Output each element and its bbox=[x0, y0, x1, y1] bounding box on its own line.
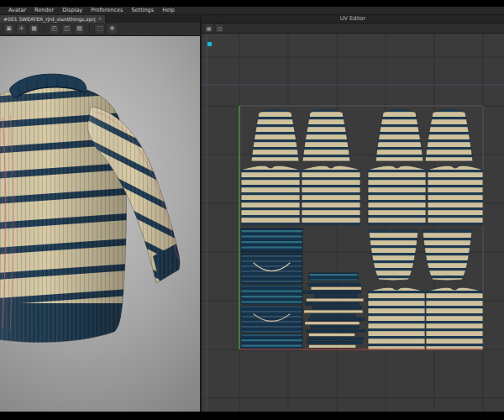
grid-tool-icon[interactable]: ▦ bbox=[29, 24, 39, 34]
marvelous-designer-app: Avatar Render Display Preferences Settin… bbox=[0, 7, 504, 412]
uv-pattern-piece[interactable] bbox=[241, 165, 300, 225]
move-tool-icon[interactable]: ✛ bbox=[16, 24, 27, 34]
uv-pattern-piece[interactable] bbox=[368, 287, 425, 350]
project-tab[interactable]: #001 SWEATER_rjrd_slantthings.zprj ✕ bbox=[0, 15, 106, 23]
uv-pattern-piece[interactable] bbox=[311, 287, 361, 290]
uv-toolbar: ▦ ◫ bbox=[202, 24, 504, 34]
uv-pattern-piece[interactable] bbox=[309, 345, 356, 348]
toolbar-separator bbox=[44, 25, 45, 34]
menubar: Avatar Render Display Preferences Settin… bbox=[0, 7, 504, 15]
menu-avatar[interactable]: Avatar bbox=[4, 7, 30, 14]
uv-pattern-piece[interactable] bbox=[423, 230, 472, 281]
uv-pattern-piece[interactable] bbox=[375, 109, 423, 161]
list-view-icon[interactable]: ▤ bbox=[74, 24, 85, 34]
uv-pattern-piece[interactable] bbox=[308, 337, 364, 339]
box-select-icon[interactable]: ▣ bbox=[3, 24, 14, 34]
menu-display[interactable]: Display bbox=[58, 7, 87, 14]
left-pane: #001 SWEATER_rjrd_slantthings.zprj ✕ ▣ ✛… bbox=[0, 15, 200, 412]
uv-pattern-piece[interactable] bbox=[312, 307, 361, 309]
uv-pattern-piece[interactable] bbox=[308, 318, 365, 320]
uv-pattern-piece[interactable] bbox=[314, 295, 357, 297]
uv-pattern-piece[interactable] bbox=[241, 228, 302, 252]
marquee-tool-icon[interactable]: ⬚ bbox=[94, 24, 105, 34]
layout-view-icon[interactable]: ◰ bbox=[49, 24, 60, 34]
uv-pattern-piece[interactable] bbox=[308, 283, 361, 286]
sweater-3d-render bbox=[0, 36, 200, 412]
uv-grid-toggle-icon[interactable]: ▦ bbox=[204, 24, 213, 33]
uv-pattern-piece[interactable] bbox=[426, 287, 483, 350]
uv-pattern-piece[interactable] bbox=[369, 230, 418, 281]
uv-editor-panel: UV Editor ▦ ◫ bbox=[202, 15, 504, 412]
uv-pattern-piece[interactable] bbox=[304, 310, 363, 312]
pan-tool-icon[interactable]: ✥ bbox=[107, 24, 118, 34]
uv-pattern-piece[interactable] bbox=[302, 165, 360, 225]
letterbox-top bbox=[0, 0, 504, 7]
uv-pattern-piece[interactable] bbox=[302, 109, 350, 161]
uv-pattern-piece[interactable] bbox=[306, 302, 360, 305]
uv-pattern-piece[interactable] bbox=[251, 109, 299, 161]
application-window: Avatar Render Display Preferences Settin… bbox=[0, 0, 504, 420]
uv-pattern-piece[interactable] bbox=[302, 291, 361, 293]
uv-pattern-piece[interactable] bbox=[309, 333, 355, 336]
uv-pattern-piece[interactable] bbox=[311, 314, 355, 317]
uv-pattern-piece[interactable] bbox=[368, 165, 426, 225]
uv-pattern-piece[interactable] bbox=[425, 109, 473, 161]
uv-canvas[interactable] bbox=[202, 34, 504, 412]
uv-pattern-piece[interactable] bbox=[428, 165, 483, 225]
uv-pattern-piece[interactable] bbox=[309, 273, 358, 281]
main-toolbar: ▣ ✛ ▦ ◰ ◫ ▤ ⬚ ✥ bbox=[0, 23, 200, 36]
tabbar: #001 SWEATER_rjrd_slantthings.zprj ✕ bbox=[0, 15, 200, 23]
uv-editor-title: UV Editor bbox=[202, 15, 504, 24]
uv-pattern-piece[interactable] bbox=[307, 298, 364, 301]
letterbox-bottom bbox=[0, 412, 504, 420]
uv-pattern-piece[interactable] bbox=[241, 306, 302, 333]
menu-render[interactable]: Render bbox=[30, 7, 58, 14]
uv-pattern-piece[interactable] bbox=[307, 329, 365, 332]
menu-settings[interactable]: Settings bbox=[127, 7, 158, 14]
uv-pattern-piece[interactable] bbox=[241, 334, 302, 350]
uv-pattern-piece[interactable] bbox=[307, 341, 362, 344]
uv-pattern-piece[interactable] bbox=[305, 322, 360, 324]
uv-pattern-piece[interactable] bbox=[241, 254, 302, 284]
uv-origin-marker[interactable] bbox=[207, 42, 212, 46]
tab-close-icon[interactable]: ✕ bbox=[98, 15, 102, 23]
uv-pattern-piece[interactable] bbox=[241, 286, 302, 304]
garment-3d-viewport[interactable] bbox=[0, 36, 200, 412]
uv-map bbox=[202, 34, 504, 412]
menu-help[interactable]: Help bbox=[158, 7, 179, 14]
split-view-icon[interactable]: ◫ bbox=[61, 24, 72, 34]
toolbar-separator bbox=[89, 25, 90, 34]
menu-preferences[interactable]: Preferences bbox=[87, 7, 127, 14]
project-tab-title: #001 SWEATER_rjrd_slantthings.zprj bbox=[3, 15, 96, 23]
uv-texture-toggle-icon[interactable]: ◫ bbox=[215, 24, 224, 33]
uv-pattern-piece[interactable] bbox=[311, 326, 359, 328]
